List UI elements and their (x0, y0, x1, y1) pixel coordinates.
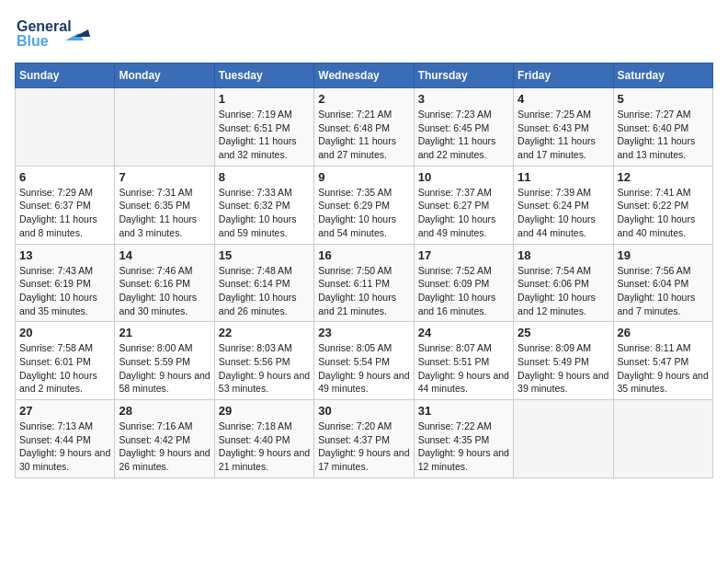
day-number: 18 (518, 248, 609, 262)
day-cell: 4Sunrise: 7:25 AM Sunset: 6:43 PM Daylig… (514, 88, 613, 167)
day-cell: 22Sunrise: 8:03 AM Sunset: 5:56 PM Dayli… (214, 322, 313, 400)
day-info: Sunrise: 7:48 AM Sunset: 6:14 PM Dayligh… (219, 264, 310, 318)
day-info: Sunrise: 7:18 AM Sunset: 4:40 PM Dayligh… (219, 419, 310, 474)
day-number: 11 (518, 170, 609, 184)
day-cell (613, 400, 712, 478)
day-info: Sunrise: 8:11 AM Sunset: 5:47 PM Dayligh… (618, 341, 709, 396)
day-cell: 7Sunrise: 7:31 AM Sunset: 6:35 PM Daylig… (115, 166, 214, 244)
day-cell: 11Sunrise: 7:39 AM Sunset: 6:24 PM Dayli… (514, 166, 613, 244)
day-number: 19 (618, 248, 709, 262)
day-number: 27 (19, 404, 110, 418)
day-number: 31 (418, 404, 509, 418)
day-info: Sunrise: 7:54 AM Sunset: 6:06 PM Dayligh… (518, 264, 609, 318)
day-cell: 30Sunrise: 7:20 AM Sunset: 4:37 PM Dayli… (314, 400, 414, 478)
day-info: Sunrise: 7:35 AM Sunset: 6:29 PM Dayligh… (318, 186, 409, 240)
header-cell-saturday: Saturday (613, 63, 712, 88)
day-cell: 29Sunrise: 7:18 AM Sunset: 4:40 PM Dayli… (214, 400, 313, 478)
week-row-4: 27Sunrise: 7:13 AM Sunset: 4:44 PM Dayli… (16, 400, 713, 478)
day-cell: 1Sunrise: 7:19 AM Sunset: 6:51 PM Daylig… (214, 88, 313, 167)
day-info: Sunrise: 7:13 AM Sunset: 4:44 PM Dayligh… (19, 419, 110, 474)
day-number: 5 (618, 92, 709, 106)
day-cell: 16Sunrise: 7:50 AM Sunset: 6:11 PM Dayli… (314, 244, 414, 322)
day-cell: 24Sunrise: 8:07 AM Sunset: 5:51 PM Dayli… (414, 322, 513, 400)
week-row-0: 1Sunrise: 7:19 AM Sunset: 6:51 PM Daylig… (16, 88, 713, 167)
day-info: Sunrise: 7:29 AM Sunset: 6:37 PM Dayligh… (19, 186, 110, 240)
day-number: 20 (19, 326, 110, 339)
header-cell-sunday: Sunday (16, 63, 115, 88)
day-number: 1 (219, 92, 310, 106)
logo: General Blue (15, 15, 97, 52)
day-cell: 3Sunrise: 7:23 AM Sunset: 6:45 PM Daylig… (414, 88, 513, 167)
day-cell: 15Sunrise: 7:48 AM Sunset: 6:14 PM Dayli… (214, 244, 313, 322)
day-info: Sunrise: 7:21 AM Sunset: 6:48 PM Dayligh… (318, 108, 409, 162)
day-number: 2 (318, 92, 409, 106)
week-row-1: 6Sunrise: 7:29 AM Sunset: 6:37 PM Daylig… (16, 166, 713, 244)
day-info: Sunrise: 7:39 AM Sunset: 6:24 PM Dayligh… (518, 186, 609, 240)
day-number: 12 (618, 170, 709, 184)
header-cell-thursday: Thursday (414, 63, 513, 88)
day-number: 13 (19, 248, 110, 262)
day-cell: 2Sunrise: 7:21 AM Sunset: 6:48 PM Daylig… (314, 88, 414, 167)
day-cell: 23Sunrise: 8:05 AM Sunset: 5:54 PM Dayli… (314, 322, 414, 400)
day-info: Sunrise: 7:20 AM Sunset: 4:37 PM Dayligh… (318, 419, 409, 474)
day-number: 14 (119, 248, 210, 262)
day-number: 10 (418, 170, 509, 184)
day-number: 7 (119, 170, 210, 184)
day-number: 22 (219, 326, 310, 339)
day-number: 28 (119, 404, 210, 418)
calendar-table: SundayMondayTuesdayWednesdayThursdayFrid… (15, 63, 713, 478)
day-cell: 6Sunrise: 7:29 AM Sunset: 6:37 PM Daylig… (16, 166, 115, 244)
day-number: 24 (418, 326, 509, 339)
day-cell (115, 88, 214, 167)
day-number: 30 (318, 404, 409, 418)
day-cell: 31Sunrise: 7:22 AM Sunset: 4:35 PM Dayli… (414, 400, 513, 478)
day-info: Sunrise: 7:58 AM Sunset: 6:01 PM Dayligh… (19, 341, 110, 396)
day-number: 3 (418, 92, 509, 106)
day-cell: 14Sunrise: 7:46 AM Sunset: 6:16 PM Dayli… (115, 244, 214, 322)
day-info: Sunrise: 7:25 AM Sunset: 6:43 PM Dayligh… (518, 108, 609, 162)
day-info: Sunrise: 7:22 AM Sunset: 4:35 PM Dayligh… (418, 419, 509, 474)
day-info: Sunrise: 7:27 AM Sunset: 6:40 PM Dayligh… (618, 108, 709, 162)
day-cell: 20Sunrise: 7:58 AM Sunset: 6:01 PM Dayli… (16, 322, 115, 400)
day-info: Sunrise: 7:19 AM Sunset: 6:51 PM Dayligh… (219, 108, 310, 162)
day-info: Sunrise: 8:09 AM Sunset: 5:49 PM Dayligh… (518, 341, 609, 396)
day-cell: 12Sunrise: 7:41 AM Sunset: 6:22 PM Dayli… (613, 166, 712, 244)
day-number: 9 (318, 170, 409, 184)
day-number: 23 (318, 326, 409, 339)
day-number: 17 (418, 248, 509, 262)
day-info: Sunrise: 7:56 AM Sunset: 6:04 PM Dayligh… (618, 264, 709, 318)
day-cell: 17Sunrise: 7:52 AM Sunset: 6:09 PM Dayli… (414, 244, 513, 322)
day-info: Sunrise: 7:23 AM Sunset: 6:45 PM Dayligh… (418, 108, 509, 162)
day-cell: 27Sunrise: 7:13 AM Sunset: 4:44 PM Dayli… (16, 400, 115, 478)
header-row: SundayMondayTuesdayWednesdayThursdayFrid… (16, 63, 713, 88)
day-cell: 28Sunrise: 7:16 AM Sunset: 4:42 PM Dayli… (115, 400, 214, 478)
day-info: Sunrise: 8:00 AM Sunset: 5:59 PM Dayligh… (119, 341, 210, 396)
day-number: 4 (518, 92, 609, 106)
day-info: Sunrise: 7:31 AM Sunset: 6:35 PM Dayligh… (119, 186, 210, 240)
day-number: 25 (518, 326, 609, 339)
day-cell: 21Sunrise: 8:00 AM Sunset: 5:59 PM Dayli… (115, 322, 214, 400)
day-info: Sunrise: 8:07 AM Sunset: 5:51 PM Dayligh… (418, 341, 509, 396)
header-cell-monday: Monday (115, 63, 214, 88)
day-cell: 9Sunrise: 7:35 AM Sunset: 6:29 PM Daylig… (314, 166, 414, 244)
header-cell-tuesday: Tuesday (214, 63, 313, 88)
day-number: 8 (219, 170, 310, 184)
header-cell-wednesday: Wednesday (314, 63, 414, 88)
day-cell: 8Sunrise: 7:33 AM Sunset: 6:32 PM Daylig… (214, 166, 313, 244)
day-info: Sunrise: 7:50 AM Sunset: 6:11 PM Dayligh… (318, 264, 409, 318)
week-row-3: 20Sunrise: 7:58 AM Sunset: 6:01 PM Dayli… (16, 322, 713, 400)
day-cell: 13Sunrise: 7:43 AM Sunset: 6:19 PM Dayli… (16, 244, 115, 322)
header-cell-friday: Friday (514, 63, 613, 88)
day-number: 29 (219, 404, 310, 418)
day-number: 26 (618, 326, 709, 339)
day-number: 16 (318, 248, 409, 262)
day-info: Sunrise: 8:05 AM Sunset: 5:54 PM Dayligh… (318, 341, 409, 396)
day-info: Sunrise: 7:37 AM Sunset: 6:27 PM Dayligh… (418, 186, 509, 240)
day-number: 15 (219, 248, 310, 262)
day-cell: 18Sunrise: 7:54 AM Sunset: 6:06 PM Dayli… (514, 244, 613, 322)
day-cell (514, 400, 613, 478)
day-info: Sunrise: 7:46 AM Sunset: 6:16 PM Dayligh… (119, 264, 210, 318)
day-info: Sunrise: 7:52 AM Sunset: 6:09 PM Dayligh… (418, 264, 509, 318)
day-cell: 19Sunrise: 7:56 AM Sunset: 6:04 PM Dayli… (613, 244, 712, 322)
day-info: Sunrise: 7:16 AM Sunset: 4:42 PM Dayligh… (119, 419, 210, 474)
